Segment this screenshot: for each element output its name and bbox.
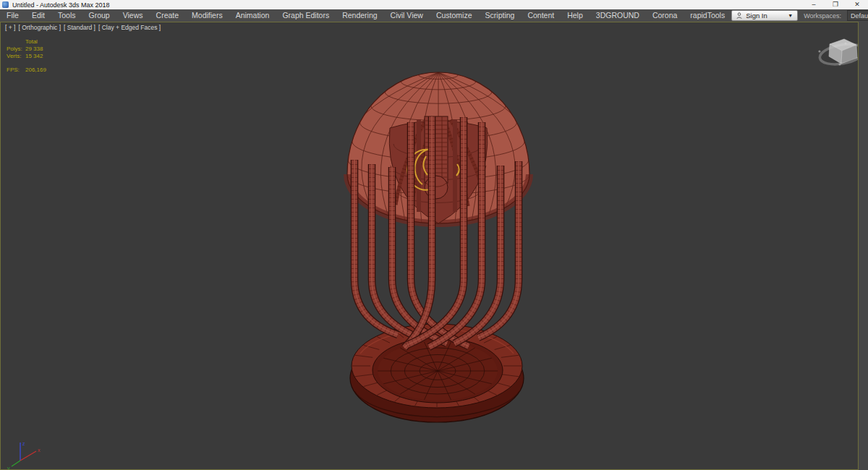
menu-item-3dground[interactable]: 3DGROUND bbox=[590, 9, 646, 22]
menu-item-rendering[interactable]: Rendering bbox=[336, 9, 383, 22]
menu-item-graph-editors[interactable]: Graph Editors bbox=[276, 9, 336, 22]
viewport-menu-shading[interactable]: [ Clay + Edged Faces ] bbox=[98, 24, 161, 31]
axis-z-label: z bbox=[22, 441, 25, 446]
menu-item-civil-view[interactable]: Civil View bbox=[384, 9, 430, 22]
title-bar: Untitled - Autodesk 3ds Max 2018 – ❐ ✕ bbox=[0, 0, 868, 9]
axis-y-label: y bbox=[7, 466, 10, 469]
stats-verts-label: Verts: bbox=[7, 53, 25, 60]
workspace-dropdown[interactable]: Default ▼ bbox=[847, 10, 868, 21]
menu-item-customize[interactable]: Customize bbox=[430, 9, 479, 22]
viewport-scene[interactable]: zxy bbox=[1, 22, 858, 469]
viewport-menu-style[interactable]: [ Standard ] bbox=[64, 24, 95, 31]
stats-fps-label: FPS: bbox=[7, 67, 25, 74]
menu-items: FileEditToolsGroupViewsCreateModifiersAn… bbox=[0, 9, 731, 22]
model-lamp[interactable] bbox=[342, 72, 534, 422]
viewport-statistics: Total Polys: 29 338 Verts: 15 342 FPS: 2… bbox=[7, 38, 48, 74]
menu-bar: FileEditToolsGroupViewsCreateModifiersAn… bbox=[0, 9, 868, 22]
menu-item-edit[interactable]: Edit bbox=[25, 9, 51, 22]
minimize-button[interactable]: – bbox=[803, 0, 825, 9]
stats-total-header: Total bbox=[25, 38, 48, 46]
viewport-menu-plus[interactable]: [ + ] bbox=[5, 24, 15, 31]
menu-item-corona[interactable]: Corona bbox=[646, 9, 684, 22]
app-logo-icon bbox=[2, 1, 9, 8]
window-controls: – ❐ ✕ bbox=[803, 0, 868, 9]
menu-item-tools[interactable]: Tools bbox=[51, 9, 82, 22]
viewport-menu-view[interactable]: [ Orthographic ] bbox=[18, 24, 61, 31]
menu-item-content[interactable]: Content bbox=[521, 9, 561, 22]
stats-verts-value: 15 342 bbox=[25, 53, 48, 60]
close-button[interactable]: ✕ bbox=[846, 0, 868, 9]
maximize-button[interactable]: ❐ bbox=[825, 0, 846, 9]
view-cube[interactable] bbox=[818, 39, 858, 67]
window-title: Untitled - Autodesk 3ds Max 2018 bbox=[12, 1, 803, 9]
sign-in-label: Sign In bbox=[746, 12, 767, 20]
menu-item-rapidtools[interactable]: rapidTools bbox=[684, 9, 731, 22]
workspace-value: Default bbox=[851, 12, 868, 20]
world-axis-tripod: zxy bbox=[7, 441, 41, 469]
menu-item-scripting[interactable]: Scripting bbox=[479, 9, 522, 22]
viewport[interactable]: zxy [ + ] [ Orthographic ] [ Standard ] … bbox=[0, 22, 859, 470]
user-icon bbox=[736, 12, 742, 19]
stats-polys-label: Polys: bbox=[7, 46, 25, 53]
menu-item-animation[interactable]: Animation bbox=[229, 9, 276, 22]
stats-polys-value: 29 338 bbox=[25, 46, 48, 53]
menu-item-file[interactable]: File bbox=[0, 9, 25, 22]
axis-x-label: x bbox=[38, 448, 41, 453]
viewport-label: [ + ] [ Orthographic ] [ Standard ] [ Cl… bbox=[5, 24, 161, 31]
menu-item-modifiers[interactable]: Modifiers bbox=[185, 9, 229, 22]
sign-in-caret-icon: ▼ bbox=[788, 13, 793, 18]
menu-item-help[interactable]: Help bbox=[561, 9, 590, 22]
stats-fps-value: 206,169 bbox=[25, 67, 48, 74]
menu-item-create[interactable]: Create bbox=[150, 9, 186, 22]
menu-item-group[interactable]: Group bbox=[82, 9, 116, 22]
sign-in-button[interactable]: Sign In ▼ bbox=[731, 10, 798, 21]
menu-item-views[interactable]: Views bbox=[116, 9, 150, 22]
workspaces-label: Workspaces: bbox=[804, 12, 841, 20]
menubar-right-cluster: Sign In ▼ Workspaces: Default ▼ bbox=[731, 10, 868, 21]
